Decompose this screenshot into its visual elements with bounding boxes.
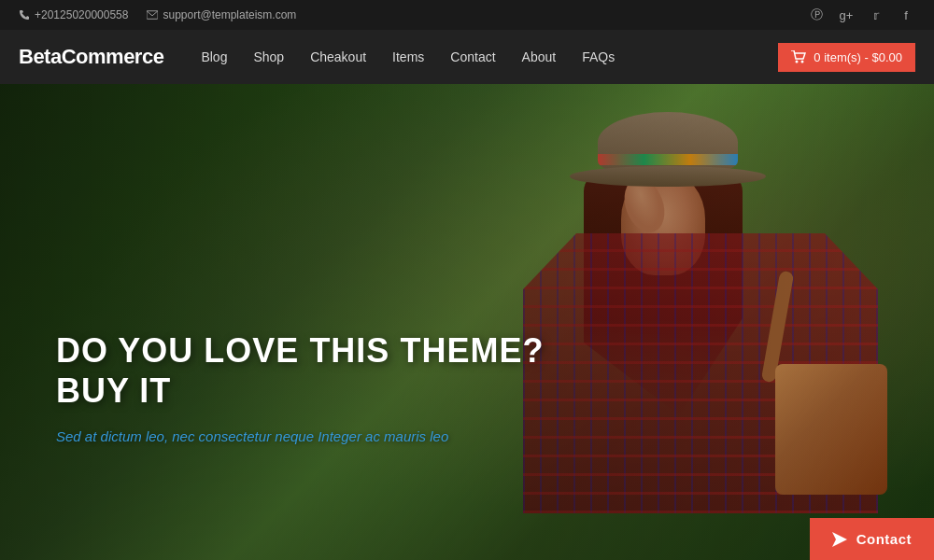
hero-subtitle-highlight: Integer xyxy=(318,428,361,444)
nav-item-items[interactable]: Items xyxy=(392,49,424,65)
hero-subtitle-end: ac mauris leo xyxy=(361,428,448,444)
googleplus-icon[interactable]: g+ xyxy=(837,6,856,24)
facebook-icon[interactable]: f xyxy=(897,6,915,24)
phone-contact: +20125020000558 xyxy=(19,8,128,21)
nav-item-contact[interactable]: Contact xyxy=(450,49,495,65)
svg-marker-3 xyxy=(832,532,847,547)
nav-link-shop[interactable]: Shop xyxy=(253,49,284,64)
hero-section: DO YOU LOVE THIS THEME? BUY IT Sed at di… xyxy=(0,84,934,560)
phone-text: +20125020000558 xyxy=(35,8,128,21)
nav-link-about[interactable]: About xyxy=(522,49,557,64)
send-icon xyxy=(832,532,847,547)
hero-overlay xyxy=(0,84,934,560)
site-logo[interactable]: BetaCommerce xyxy=(19,45,163,69)
svg-point-2 xyxy=(801,61,804,63)
hero-content: DO YOU LOVE THIS THEME? BUY IT Sed at di… xyxy=(56,330,616,448)
nav-item-cheakout[interactable]: Cheakout xyxy=(310,49,366,65)
top-bar: +20125020000558 support@templateism.com … xyxy=(0,0,934,30)
nav-link-contact[interactable]: Contact xyxy=(450,49,495,64)
twitter-icon[interactable]: 𝕣 xyxy=(867,6,885,24)
cart-button[interactable]: 0 item(s) - $0.00 xyxy=(778,43,915,72)
nav-link-cheakout[interactable]: Cheakout xyxy=(310,49,366,64)
email-icon xyxy=(147,9,158,21)
nav-item-shop[interactable]: Shop xyxy=(253,49,284,65)
nav-item-faqs[interactable]: FAQs xyxy=(582,49,615,65)
phone-icon xyxy=(19,9,30,21)
top-bar-left: +20125020000558 support@templateism.com xyxy=(19,8,296,21)
nav-item-blog[interactable]: Blog xyxy=(201,49,227,65)
hero-subtitle: Sed at dictum leo, nec consectetur neque… xyxy=(56,426,616,448)
email-contact: support@templateism.com xyxy=(147,8,296,21)
contact-btn-label: Contact xyxy=(856,531,912,547)
navbar: BetaCommerce Blog Shop Cheakout Items Co… xyxy=(0,30,934,84)
nav-item-about[interactable]: About xyxy=(522,49,557,65)
hero-title: DO YOU LOVE THIS THEME? BUY IT xyxy=(56,330,616,411)
nav-link-items[interactable]: Items xyxy=(392,49,424,64)
top-bar-right: Ⓟ g+ 𝕣 f xyxy=(807,6,915,24)
nav-link-blog[interactable]: Blog xyxy=(201,49,227,64)
nav-link-faqs[interactable]: FAQs xyxy=(582,49,615,64)
svg-point-1 xyxy=(796,61,799,63)
cart-icon xyxy=(791,50,806,63)
vimeo-icon[interactable]: Ⓟ xyxy=(807,6,826,24)
hero-subtitle-plain: Sed at dictum leo, nec consectetur neque xyxy=(56,428,318,444)
contact-button[interactable]: Contact xyxy=(810,518,934,560)
nav-links: Blog Shop Cheakout Items Contact About F… xyxy=(201,49,615,65)
main-nav-wrapper: Blog Shop Cheakout Items Contact About F… xyxy=(163,49,778,65)
email-text: support@templateism.com xyxy=(163,8,296,21)
nav-right: 0 item(s) - $0.00 xyxy=(778,43,915,72)
cart-label: 0 item(s) - $0.00 xyxy=(814,50,902,64)
